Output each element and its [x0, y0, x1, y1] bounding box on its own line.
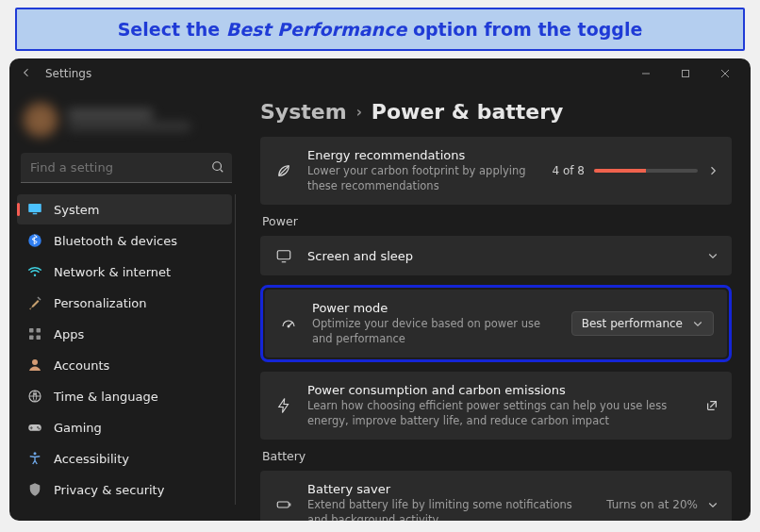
battery-saver-row[interactable]: Battery saver Extend battery life by lim…	[260, 471, 732, 521]
breadcrumb-parent[interactable]: System	[260, 100, 347, 124]
chevron-down-icon	[707, 499, 719, 510]
svg-rect-18	[277, 502, 289, 507]
external-link-icon	[705, 399, 719, 412]
svg-point-14	[39, 428, 41, 430]
sidebar-item-gaming[interactable]: Gaming	[17, 412, 232, 442]
svg-point-10	[32, 359, 38, 365]
svg-rect-9	[37, 336, 41, 341]
account-info[interactable]	[17, 96, 236, 149]
sidebar-item-time-language[interactable]: Time & language	[17, 381, 232, 411]
chevron-down-icon	[692, 318, 703, 329]
sidebar-item-accounts[interactable]: Accounts	[17, 350, 232, 380]
sidebar-item-label: Network & internet	[54, 265, 171, 279]
battery-saver-subtitle: Extend battery life by limiting some not…	[307, 498, 593, 521]
monitor-icon	[26, 201, 43, 218]
sidebar-item-label: Gaming	[54, 421, 102, 435]
settings-window: Settings SystemBluetooth & devicesNetwor…	[9, 58, 751, 521]
chevron-right-icon: ›	[356, 104, 362, 121]
callout-post: option from the toggle	[413, 19, 642, 40]
minimize-button[interactable]	[626, 60, 666, 87]
svg-point-17	[288, 325, 289, 327]
battery-icon	[273, 496, 294, 513]
window-title: Settings	[45, 67, 91, 80]
gauge-icon	[278, 315, 299, 332]
callout-em: Best Performance	[226, 19, 407, 40]
sidebar-item-privacy-security[interactable]: Privacy & security	[17, 474, 232, 505]
svg-rect-8	[29, 336, 34, 341]
power-mode-title: Power mode	[312, 301, 558, 315]
brush-icon	[26, 294, 43, 311]
sidebar-item-label: Privacy & security	[54, 483, 164, 497]
svg-rect-16	[277, 251, 290, 259]
chevron-down-icon	[707, 250, 719, 261]
sidebar: SystemBluetooth & devicesNetwork & inter…	[9, 89, 243, 521]
energy-recommendations-card[interactable]: Energy recommendations Lower your carbon…	[260, 137, 732, 205]
breadcrumb: System › Power & battery	[260, 100, 732, 124]
avatar	[23, 102, 58, 138]
titlebar: Settings	[9, 58, 751, 89]
callout-pre: Select the	[118, 19, 226, 40]
sidebar-item-label: Apps	[54, 327, 84, 341]
sidebar-item-label: Time & language	[54, 390, 158, 404]
energy-subtitle: Lower your carbon footprint by applying …	[307, 164, 539, 193]
energy-title: Energy recommendations	[307, 148, 539, 162]
power-mode-dropdown[interactable]: Best performance	[571, 311, 714, 336]
energy-progress	[594, 169, 698, 173]
screen-sleep-title: Screen and sleep	[307, 249, 694, 263]
sidebar-item-label: System	[54, 203, 99, 217]
screen-icon	[273, 247, 294, 264]
consumption-title: Power consumption and carbon emissions	[307, 383, 692, 397]
gamepad-icon	[26, 419, 43, 436]
energy-count: 4 of 8	[553, 164, 585, 177]
section-power: Power	[262, 214, 732, 228]
svg-point-5	[34, 274, 36, 276]
battery-saver-title: Battery saver	[307, 482, 593, 496]
screen-and-sleep-row[interactable]: Screen and sleep	[260, 236, 732, 275]
svg-point-13	[37, 426, 39, 428]
svg-rect-6	[29, 328, 34, 333]
consumption-subtitle: Learn how choosing efficient power setti…	[307, 399, 692, 428]
sidebar-item-accessibility[interactable]: Accessibility	[17, 443, 232, 474]
svg-point-15	[34, 452, 37, 455]
window-controls	[626, 60, 745, 87]
sidebar-item-system[interactable]: System	[17, 194, 232, 224]
nav-list: SystemBluetooth & devicesNetwork & inter…	[17, 194, 236, 505]
svg-point-1	[213, 162, 222, 171]
power-mode-highlight: Power mode Optimize your device based on…	[260, 285, 732, 362]
wifi-icon	[26, 263, 43, 280]
sidebar-item-apps[interactable]: Apps	[17, 319, 232, 349]
power-mode-row: Power mode Optimize your device based on…	[265, 290, 727, 357]
energy-icon	[273, 397, 294, 414]
svg-rect-2	[28, 204, 41, 212]
back-button[interactable]	[21, 67, 32, 81]
instruction-callout: Select the Best Performance option from …	[15, 8, 745, 51]
sidebar-item-label: Accounts	[54, 358, 109, 373]
search-input[interactable]	[21, 153, 232, 182]
section-battery: Battery	[262, 449, 732, 463]
search-icon	[211, 159, 224, 177]
person-icon	[26, 357, 43, 374]
sidebar-item-network-internet[interactable]: Network & internet	[17, 257, 232, 287]
content-pane: System › Power & battery Energy recommen…	[243, 89, 751, 521]
svg-rect-3	[33, 213, 38, 215]
shield-icon	[26, 481, 43, 498]
svg-rect-7	[37, 328, 41, 333]
maximize-button[interactable]	[666, 60, 705, 87]
sidebar-item-label: Bluetooth & devices	[54, 234, 177, 248]
chevron-right-icon	[707, 165, 719, 176]
power-consumption-row[interactable]: Power consumption and carbon emissions L…	[260, 372, 732, 440]
globe-icon	[26, 388, 43, 405]
sidebar-item-personalization[interactable]: Personalization	[17, 288, 232, 318]
grid-icon	[26, 325, 43, 342]
svg-rect-0	[683, 71, 689, 77]
close-button[interactable]	[705, 60, 745, 87]
battery-saver-status: Turns on at 20%	[606, 498, 698, 511]
bluetooth-icon	[26, 232, 43, 249]
power-mode-selected: Best performance	[582, 317, 683, 330]
search-field[interactable]	[21, 153, 232, 183]
page-title: Power & battery	[372, 100, 564, 124]
sidebar-item-bluetooth-devices[interactable]: Bluetooth & devices	[17, 225, 232, 256]
power-mode-subtitle: Optimize your device based on power use …	[312, 317, 558, 346]
accessibility-icon	[26, 450, 43, 467]
leaf-icon	[273, 162, 294, 179]
